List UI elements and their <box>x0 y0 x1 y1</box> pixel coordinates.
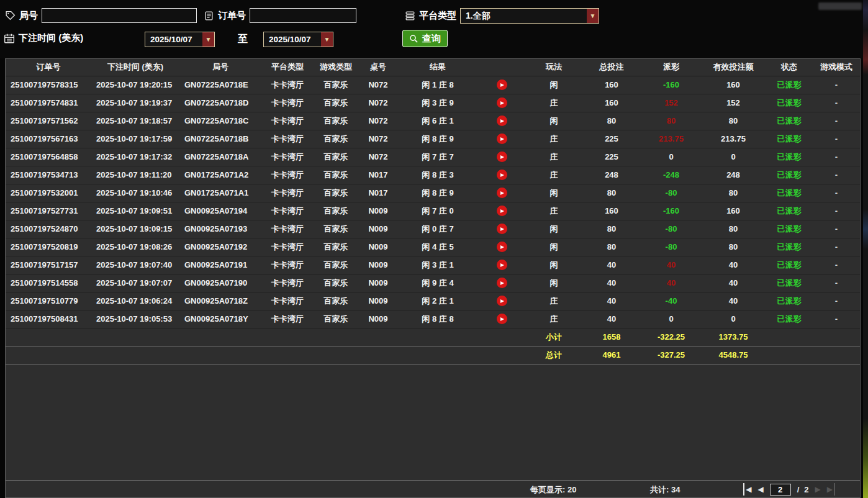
cell: 160 <box>582 76 641 94</box>
column-header: 订单号 <box>6 59 91 76</box>
cell: 251007197527731 <box>6 202 91 220</box>
replay-play-icon[interactable] <box>497 278 507 288</box>
cell-replay <box>477 112 526 130</box>
replay-play-icon[interactable] <box>497 206 507 216</box>
cell: 已派彩 <box>766 184 813 202</box>
cell: 4548.75 <box>701 346 766 364</box>
cell: 80 <box>582 112 641 130</box>
platform-type-select[interactable]: 1.全部 ▼ <box>460 8 599 24</box>
cell: 2025-10-07 19:20:15 <box>91 76 179 94</box>
cell-replay <box>477 148 526 166</box>
table-header-row: 订单号下注时间 (美东)局号平台类型游戏类型桌号结果玩法总投注派彩有效投注额状态… <box>6 59 860 76</box>
replay-play-icon[interactable] <box>497 224 507 234</box>
cell: 已派彩 <box>766 112 813 130</box>
cell: 庄 <box>526 202 582 220</box>
replay-play-icon[interactable] <box>497 134 507 144</box>
cell: 152 <box>701 94 766 112</box>
column-header: 游戏类型 <box>314 59 358 76</box>
replay-play-icon[interactable] <box>497 79 507 90</box>
cell: 251007197571562 <box>6 112 91 130</box>
replay-play-icon[interactable] <box>497 170 507 180</box>
cell: 百家乐 <box>314 220 358 238</box>
cell: - <box>813 202 860 220</box>
cell: -322.25 <box>641 328 701 346</box>
cell-replay <box>477 292 526 310</box>
cell: 已派彩 <box>766 148 813 166</box>
cell-replay <box>477 256 526 274</box>
cell: - <box>813 76 860 94</box>
cell: 1658 <box>582 328 641 346</box>
cell: N009 <box>358 202 398 220</box>
cell: 百家乐 <box>314 292 358 310</box>
order-number-input[interactable] <box>250 8 356 23</box>
replay-play-icon[interactable] <box>497 152 507 162</box>
cell: 庄 <box>526 166 582 184</box>
cell: N009 <box>358 256 398 274</box>
cell: 2025-10-07 19:07:40 <box>91 256 179 274</box>
cell: 40 <box>701 256 766 274</box>
total-row: 总计4961-327.254548.75 <box>6 346 860 364</box>
table-row: 2510071975208192025-10-07 19:08:26GN0092… <box>6 238 860 256</box>
cell-replay <box>477 166 526 184</box>
cell: 庄 <box>526 94 582 112</box>
cell: 80 <box>641 112 701 130</box>
cell: 251007197514558 <box>6 274 91 292</box>
cell: 闲 8 庄 9 <box>398 130 477 148</box>
cell <box>477 328 526 346</box>
cell: 闲 8 庄 3 <box>398 166 477 184</box>
cell: GN07225A0718C <box>179 112 261 130</box>
cell: 已派彩 <box>766 76 813 94</box>
cell: 2025-10-07 19:17:32 <box>91 148 179 166</box>
round-number-field: 局号 <box>5 8 197 23</box>
cell: 2025-10-07 19:09:15 <box>91 220 179 238</box>
total-label: 总计 <box>526 346 582 364</box>
total-count-label: 共计: 34 <box>650 484 680 496</box>
replay-play-icon[interactable] <box>497 296 507 306</box>
cell: 160 <box>582 202 641 220</box>
cell: 80 <box>701 220 766 238</box>
cell-replay <box>477 76 526 94</box>
cell-replay <box>477 184 526 202</box>
table-row: 2510071975783152025-10-07 19:20:15GN0722… <box>6 76 860 94</box>
play-triangle <box>500 245 504 249</box>
cell: N009 <box>358 310 398 328</box>
date-to-select[interactable]: 2025/10/07 ▼ <box>263 32 333 47</box>
cell: -80 <box>641 238 701 256</box>
column-header: 玩法 <box>526 59 582 76</box>
replay-play-icon[interactable] <box>497 242 507 252</box>
prev-page-icon[interactable]: ◀ <box>757 483 763 496</box>
cell: 40 <box>701 292 766 310</box>
platform-type-label: 平台类型 <box>419 10 456 22</box>
cell: 闲 <box>526 274 582 292</box>
cell: 40 <box>701 274 766 292</box>
platform-type-value: 1.全部 <box>461 11 587 22</box>
cell: 1373.75 <box>701 328 766 346</box>
cell: -40 <box>641 292 701 310</box>
last-page-icon[interactable]: ▶ <box>827 483 835 496</box>
replay-play-icon[interactable] <box>497 188 507 198</box>
cell: 闲 8 庄 9 <box>398 184 477 202</box>
first-page-icon[interactable]: ◀ <box>743 483 751 496</box>
date-to-field: 2025/10/07 ▼ <box>263 32 333 47</box>
replay-play-icon[interactable] <box>497 115 507 126</box>
current-page-input[interactable]: 2 <box>770 484 791 496</box>
replay-play-icon[interactable] <box>497 314 507 324</box>
next-page-icon[interactable]: ▶ <box>815 483 821 496</box>
cell <box>398 328 477 346</box>
column-header: 游戏模式 <box>813 59 860 76</box>
cell: N072 <box>358 94 398 112</box>
cell: N009 <box>358 220 398 238</box>
cell: 庄 <box>526 148 582 166</box>
cell: 225 <box>582 130 641 148</box>
cell: 百家乐 <box>314 148 358 166</box>
cell: GN07225A0718B <box>179 130 261 148</box>
cell: 0 <box>641 310 701 328</box>
replay-play-icon[interactable] <box>497 260 507 270</box>
date-from-select[interactable]: 2025/10/07 ▼ <box>145 32 215 47</box>
query-button[interactable]: 查询 <box>402 30 448 47</box>
cell <box>179 328 261 346</box>
play-triangle <box>500 83 504 87</box>
replay-play-icon[interactable] <box>497 97 507 108</box>
cell: N072 <box>358 130 398 148</box>
round-number-input[interactable] <box>42 8 197 23</box>
